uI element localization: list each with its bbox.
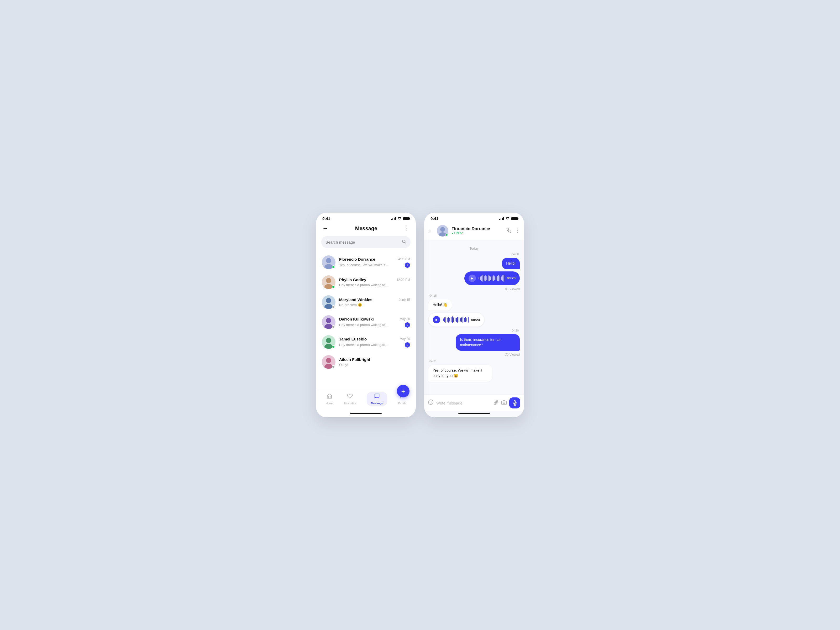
list-item[interactable]: Darron Kulikowski May 30 Hey there's a p… <box>318 312 414 332</box>
conv-top: Darron Kulikowski May 30 <box>339 317 410 321</box>
received-bubble: Yes, of course. We will make it easy for… <box>428 365 493 381</box>
search-icon <box>402 239 406 245</box>
svg-rect-19 <box>499 219 500 220</box>
conv-top: Florencio Dorrance 04:00 PM <box>339 257 410 261</box>
chat-status: ● Online <box>452 231 503 235</box>
nav-label-favorites: Favorites <box>344 402 356 405</box>
more-options-icon[interactable]: ⋮ <box>515 227 520 234</box>
contact-name: Maryland Winkles <box>339 297 373 302</box>
conversation-info: Aileen Fullbright Okay! <box>339 357 410 367</box>
chat-avatar-wrap <box>437 225 448 237</box>
more-menu-button[interactable]: ⋮ <box>404 225 409 232</box>
waveform-sent <box>478 275 504 282</box>
plus-icon: + <box>401 387 405 395</box>
svg-point-6 <box>326 258 331 263</box>
camera-icon[interactable] <box>501 400 507 406</box>
app-container: 9:41 ← <box>306 202 534 428</box>
favorites-icon <box>347 393 353 401</box>
status-time-left: 9:41 <box>322 216 330 221</box>
chat-user-info: Florancio Dorrance ● Online <box>452 227 503 235</box>
sent-bubble: Is there insurance for car maintenance? <box>456 334 520 351</box>
voice-record-button[interactable] <box>509 398 520 409</box>
chat-input-bar <box>424 395 524 411</box>
list-item[interactable]: Phyllis Godley 12:00 PM Hey there's a pr… <box>318 272 414 292</box>
nav-item-message[interactable]: Message <box>367 392 387 406</box>
chat-header: ← Florancio Dorrance ● Online ⋮ <box>424 223 524 240</box>
conversation-info: Maryland Winkles June 15 No problem 😉 <box>339 297 410 307</box>
svg-line-5 <box>405 242 406 243</box>
new-message-fab-positioned[interactable]: + <box>397 385 409 398</box>
conv-bottom: Hey there's a promo waiting for yo... 5 <box>339 342 410 347</box>
message-preview: Hey there's a promo waiting for yo... <box>339 343 389 347</box>
online-indicator <box>332 265 335 268</box>
nav-label-home: Home <box>325 402 333 405</box>
message-timestamp: 04:21 <box>428 360 520 363</box>
svg-rect-1 <box>392 218 393 220</box>
message-icon <box>374 393 380 401</box>
nav-label-message: Message <box>371 402 383 405</box>
back-button-left[interactable]: ← <box>322 225 328 232</box>
home-icon <box>327 393 332 401</box>
svg-point-26 <box>506 354 507 355</box>
conv-top: Aileen Fullbright <box>339 357 410 362</box>
voice-bubble-received: ▶ 00:24 <box>428 313 484 327</box>
svg-rect-3 <box>395 217 396 220</box>
voice-duration-received: 00:24 <box>471 318 480 322</box>
chat-online-dot <box>445 234 448 236</box>
voice-message-row: ▶ 00:20 <box>428 272 520 285</box>
chat-user-name: Florancio Dorrance <box>452 227 503 231</box>
avatar-wrap <box>322 256 335 269</box>
message-time: May 20 <box>400 337 410 341</box>
home-indicator-left <box>350 413 382 414</box>
svg-point-25 <box>506 289 507 289</box>
conv-bottom: Hey there's a promo waiting for yo... 2 <box>339 322 410 328</box>
unread-badge: 2 <box>405 262 410 268</box>
phone-call-icon[interactable] <box>506 227 512 234</box>
conversation-info: Darron Kulikowski May 30 Hey there's a p… <box>339 317 410 328</box>
header-title: Message <box>355 226 377 232</box>
conversation-info: Florencio Dorrance 04:00 PM Yes, of cour… <box>339 257 410 268</box>
nav-item-favorites[interactable]: Favorites <box>344 393 356 405</box>
svg-rect-0 <box>391 219 392 220</box>
contact-name: Darron Kulikowski <box>339 317 374 321</box>
svg-point-10 <box>326 298 331 303</box>
contact-name: Florencio Dorrance <box>339 257 375 261</box>
svg-point-12 <box>326 318 331 323</box>
nav-item-home[interactable]: Home <box>325 393 333 405</box>
attach-icon[interactable] <box>494 400 499 406</box>
play-button-received[interactable]: ▶ <box>433 316 440 324</box>
list-item[interactable]: Aileen Fullbright Okay! <box>318 352 414 372</box>
offline-indicator <box>332 305 335 308</box>
emoji-button[interactable] <box>428 399 434 407</box>
message-preview: No problem 😉 <box>339 303 362 307</box>
sent-bubble: Hello! <box>502 258 520 269</box>
play-button[interactable]: ▶ <box>469 275 476 282</box>
list-item[interactable]: Maryland Winkles June 15 No problem 😉 <box>318 292 414 312</box>
avatar-wrap <box>322 355 335 369</box>
avatar-wrap <box>322 315 335 329</box>
svg-rect-21 <box>502 218 503 220</box>
message-time: June 15 <box>399 298 410 302</box>
list-item[interactable]: Florencio Dorrance 04:00 PM Yes, of cour… <box>318 252 414 272</box>
message-time: 12:00 PM <box>396 278 410 282</box>
avatar-wrap <box>322 295 335 309</box>
contact-name: Aileen Fullbright <box>339 357 370 362</box>
unread-badge: 5 <box>405 342 410 347</box>
message-row: Is there insurance for car maintenance? <box>428 334 520 351</box>
message-input[interactable] <box>436 401 491 405</box>
avatar-wrap <box>322 335 335 349</box>
svg-rect-22 <box>503 217 504 220</box>
chat-phone: 9:41 ← <box>424 213 524 417</box>
unread-badge: 2 <box>405 322 410 328</box>
back-button-right[interactable]: ← <box>428 228 434 234</box>
search-input[interactable] <box>325 240 402 245</box>
list-item[interactable]: Jamel Eusebio May 20 Hey there's a promo… <box>318 332 414 352</box>
status-icons-left <box>391 217 409 220</box>
message-time: May 30 <box>400 317 410 321</box>
svg-point-30 <box>503 402 505 403</box>
battery-icon-left <box>403 217 409 220</box>
wifi-icon <box>398 217 402 220</box>
status-bar-left: 9:41 <box>316 213 416 223</box>
nav-label-profile: Profile <box>398 402 406 405</box>
search-bar[interactable] <box>321 236 411 248</box>
